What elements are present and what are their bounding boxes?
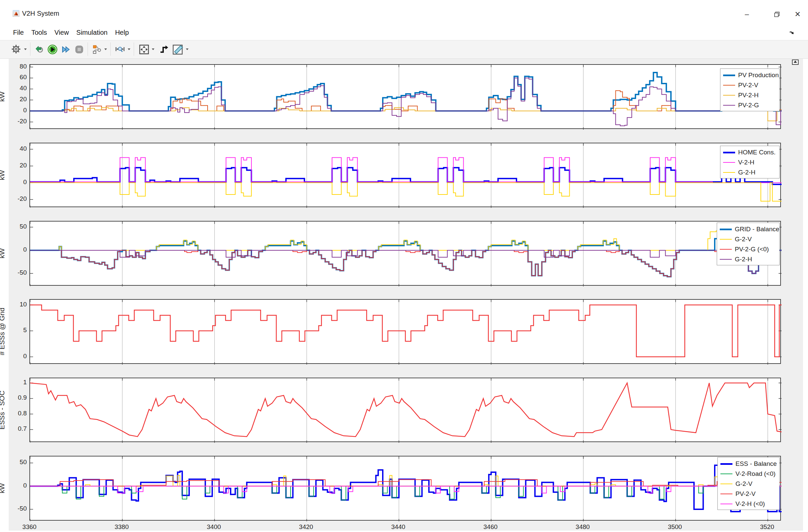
y-tick-label: 0 <box>7 178 27 186</box>
dock-arrow-icon[interactable] <box>789 30 795 37</box>
cursor-dropdown-arrow[interactable] <box>128 49 130 50</box>
x-tick-label: 3420 <box>293 523 319 531</box>
pv-panel[interactable] <box>30 64 781 129</box>
y-tick-label: 0.8 <box>7 410 27 417</box>
ess-balance-panel[interactable] <box>30 456 781 521</box>
close-button[interactable]: ✕ <box>790 9 805 20</box>
legend-entry: PV-2-G (<0) <box>720 244 777 254</box>
menu-simulation[interactable]: Simulation <box>73 27 110 38</box>
fit-dropdown-arrow[interactable] <box>152 49 154 50</box>
legend-entry: ESS - Balance <box>720 459 777 469</box>
legend-line-sample <box>720 249 732 250</box>
x-tick-label: 3380 <box>108 523 135 531</box>
minimize-button[interactable]: – <box>739 9 754 20</box>
series-grid-balance <box>30 236 782 277</box>
legend-line-sample <box>720 229 732 230</box>
home-panel[interactable] <box>30 143 781 207</box>
fit-to-view-button[interactable] <box>138 43 150 55</box>
legend-line-sample <box>723 172 735 173</box>
y-axis-label: kW <box>0 483 6 493</box>
legend-label: PV Production <box>738 72 778 79</box>
menu-view[interactable]: View <box>52 27 72 38</box>
menu-file[interactable]: File <box>10 27 27 38</box>
y-tick-label: 0 <box>7 353 27 360</box>
legend-line-sample <box>723 105 735 106</box>
x-tick-label: 3460 <box>477 523 504 531</box>
y-tick-label: 80 <box>7 63 27 70</box>
ess-count-panel[interactable] <box>30 299 781 364</box>
y-tick-label: 40 <box>7 84 27 92</box>
legend-entry: V-2-H (<0) <box>720 499 777 509</box>
step-forward-button[interactable] <box>59 43 72 55</box>
legend-line-sample <box>723 162 735 163</box>
settings-dropdown-arrow[interactable] <box>24 49 27 50</box>
legend-label: V-2-Road (<0) <box>735 470 775 477</box>
soc-panel[interactable] <box>30 378 781 442</box>
legend-label: G-2-H <box>735 255 752 263</box>
signal-selector-dropdown-arrow[interactable] <box>104 49 107 50</box>
app-icon <box>13 10 19 17</box>
panel-collapse-icon[interactable] <box>792 59 798 65</box>
open-simulink-button[interactable] <box>33 43 45 55</box>
y-tick-label: 0 <box>7 482 27 489</box>
legend-line-sample <box>723 75 735 76</box>
legend-line-sample <box>723 85 735 86</box>
legend-entry: GRID - Balance <box>720 224 777 234</box>
restore-button[interactable] <box>769 9 785 20</box>
series-pv-2-g <box>30 78 782 126</box>
grid-panel-legend[interactable]: GRID - BalanceG-2-VPV-2-G (<0)G-2-H <box>717 223 779 265</box>
y-tick-label: 60 <box>7 74 27 81</box>
legend-label: PV-2-G <box>738 101 759 109</box>
x-tick-label: 3520 <box>754 523 781 531</box>
legend-line-sample <box>723 152 735 153</box>
menu-tools[interactable]: Tools <box>29 27 50 38</box>
toolbar-separator <box>110 42 111 56</box>
title-bar: V2H System – ✕ <box>0 9 808 21</box>
y-tick-label: -50 <box>7 269 27 277</box>
legend-line-sample <box>720 463 732 465</box>
y-tick-label: 20 <box>7 162 27 169</box>
legend-entry: G-2-H <box>720 254 777 264</box>
legend-entry: V-2-Road (<0) <box>720 469 777 479</box>
y-tick-label: -50 <box>7 505 27 512</box>
toolbar-separator <box>30 42 31 56</box>
legend-line-sample <box>720 494 732 495</box>
y-tick-label: 50 <box>7 458 27 466</box>
trigger-button[interactable] <box>158 43 170 55</box>
x-tick-label: 3440 <box>385 523 411 531</box>
y-tick-label: 0.7 <box>7 425 27 432</box>
y-tick-label: -20 <box>7 118 27 125</box>
x-tick-label: 3360 <box>16 523 43 531</box>
legend-entry: HOME Cons. <box>723 147 777 157</box>
pv-panel-legend[interactable]: PV ProductionPV-2-VPV-2-HPV-2-G <box>720 69 779 111</box>
legend-entry: PV Production <box>723 70 777 80</box>
signal-selector-button[interactable] <box>91 43 103 55</box>
y-axis-label: # ESSs @ Grid <box>0 308 6 356</box>
ess-balance-panel-legend[interactable]: ESS - BalanceV-2-Road (<0)G-2-VPV-2-VV-2… <box>717 457 779 510</box>
settings-gear-button[interactable] <box>10 43 22 55</box>
legend-label: GRID - Balance <box>735 226 779 233</box>
y-tick-label: 40 <box>7 145 27 152</box>
legend-label: HOME Cons. <box>738 149 775 156</box>
stop-button[interactable] <box>73 43 85 55</box>
y-tick-label: 0 <box>7 246 27 253</box>
legend-label: G-2-H <box>738 169 755 176</box>
toolbar-separator <box>88 42 88 56</box>
run-button[interactable] <box>46 43 58 55</box>
menu-help[interactable]: Help <box>112 27 132 38</box>
measurements-ruler-button[interactable] <box>171 43 183 55</box>
series-pv-2-g-0- <box>30 250 782 277</box>
legend-entry: V-2-H <box>723 157 777 167</box>
legend-entry: PV-2-G <box>723 100 777 110</box>
scope-figure[interactable]: -20020406080kWPV ProductionPV-2-VPV-2-HP… <box>9 59 803 531</box>
toolbar <box>0 40 808 59</box>
home-panel-legend[interactable]: HOME Cons.V-2-HG-2-H <box>720 146 779 178</box>
x-tick-label: 3480 <box>569 523 596 531</box>
legend-entry: G-2-V <box>720 234 777 244</box>
toolbar-separator <box>134 42 134 56</box>
cursor-measurements-button[interactable] <box>114 43 126 55</box>
y-tick-label: 20 <box>7 96 27 103</box>
y-tick-label: 50 <box>7 223 27 230</box>
grid-panel[interactable] <box>30 221 781 286</box>
measurements-dropdown-arrow[interactable] <box>186 49 188 50</box>
